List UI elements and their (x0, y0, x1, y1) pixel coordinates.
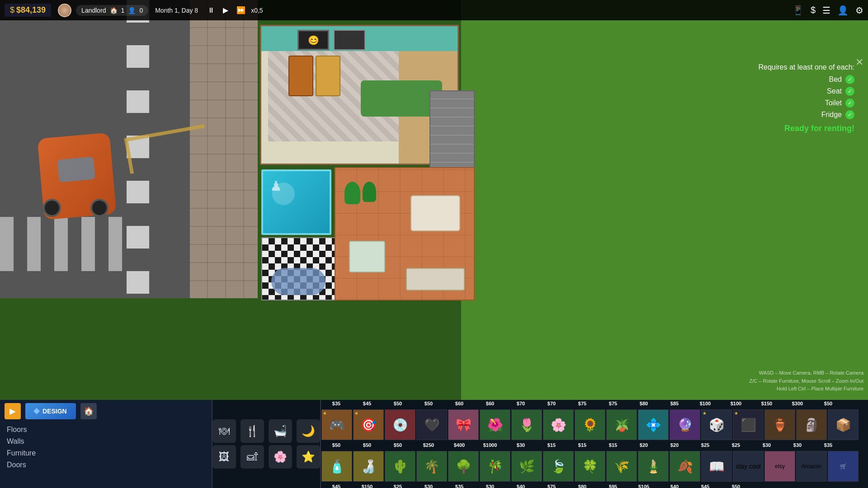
icon-row-2: 🖼 🛋 🌸 ⭐ (212, 445, 320, 469)
price-2-11: $20 (659, 442, 690, 450)
design-diamond-icon (33, 408, 40, 414)
item-2-16[interactable]: 🛒 (828, 451, 859, 482)
item-2-10[interactable]: 🎍 (638, 451, 669, 482)
item-1-7[interactable]: 🌸 (543, 409, 574, 440)
date-display: Month 1, Day 8 (155, 7, 198, 14)
car-window (57, 157, 95, 183)
item-2-3[interactable]: 🌴 (416, 451, 447, 482)
item-2-1[interactable]: 🍶 (353, 451, 384, 482)
item-row-2: 🧴 🍶 🌵 🌴 🌳 🎋 🌿 🍃 🍀 🌾 🎍 🍂 📖 stay cool etsy (321, 450, 868, 483)
item-2-4[interactable]: 🌳 (448, 451, 479, 482)
req-toilet: Toilet ✓ (758, 99, 854, 108)
item-2-5[interactable]: 🎋 (480, 451, 510, 482)
pool: ♟ (261, 169, 331, 235)
item-2-14[interactable]: etsy (764, 451, 795, 482)
price-2-15: $30 (782, 442, 813, 450)
req-fridge-check: ✓ (845, 110, 854, 119)
price-1-13: $100 (721, 401, 751, 409)
item-1-13[interactable]: ★⬛ (733, 409, 764, 440)
item-2-7[interactable]: 🍃 (543, 451, 574, 482)
cat-icon-bath[interactable]: 🛁 (269, 419, 292, 443)
item-1-3[interactable]: 🖤 (416, 409, 447, 440)
mobile-icon[interactable]: 📱 (793, 5, 804, 16)
currency-icon[interactable]: $ (811, 5, 816, 15)
item-2-2[interactable]: 🌵 (385, 451, 415, 482)
buildings-count: 1 (121, 7, 125, 14)
price-1-2: $50 (382, 401, 413, 409)
money-icon: $ (10, 5, 14, 15)
close-req-btn[interactable]: ✕ (855, 56, 863, 68)
item-1-0[interactable]: ★🎮 (321, 409, 352, 440)
nav-arrow-btn[interactable]: ▶ (5, 403, 21, 419)
price-2-0: $50 (321, 442, 352, 450)
controls-line3: Hold Left Ctrl – Place Multiple Furnitur… (750, 385, 863, 393)
furniture-scroll-container: $35 $45 $50 $50 $60 $60 $70 $70 $75 $75 … (321, 400, 868, 488)
cat-icon-sofa[interactable]: 🛋 (241, 445, 264, 469)
price-1-4: $60 (444, 401, 475, 409)
requirements-panel: ✕ Requires at least one of each: Bed ✓ S… (749, 59, 863, 138)
menu-icon[interactable]: ☰ (822, 5, 830, 16)
tenant-label: Landlord (81, 7, 106, 14)
item-1-10[interactable]: 💠 (638, 409, 669, 440)
item-1-6[interactable]: 🌷 (511, 409, 542, 440)
item-1-8[interactable]: 🌻 (575, 409, 605, 440)
main-room (335, 167, 475, 300)
price-2-14: $30 (751, 442, 782, 450)
design-btn[interactable]: DESIGN (25, 403, 76, 419)
cat-icon-moon[interactable]: 🌙 (297, 419, 320, 443)
cat-icon-star[interactable]: ⭐ (297, 445, 320, 469)
item-2-15[interactable]: Amazon (796, 451, 827, 482)
item-1-11[interactable]: 🔮 (670, 409, 700, 440)
item-1-12[interactable]: ★🎲 (701, 409, 732, 440)
fast-forward-btn[interactable]: ⏩ (234, 5, 248, 15)
req-bed-label: Bed (829, 75, 842, 84)
category-walls[interactable]: Walls (7, 436, 205, 446)
price-1-12: $100 (690, 401, 721, 409)
item-1-15[interactable]: 🗿 (796, 409, 827, 440)
price-1-16: $50 (813, 401, 844, 409)
play-btn[interactable]: ▶ (220, 5, 231, 15)
item-2-12[interactable]: 📖 (701, 451, 732, 482)
price-3-0: $45 (321, 484, 352, 488)
price-3-13: $50 (721, 484, 751, 488)
category-doors[interactable]: Doors (7, 460, 205, 470)
cat-icon-frame[interactable]: 🖼 (212, 445, 236, 469)
item-1-2[interactable]: 💿 (385, 409, 415, 440)
bathroom (261, 237, 336, 300)
controls-line2: Z/C – Rotate Furniture, Mouse Scroll – Z… (750, 377, 863, 385)
item-1-5[interactable]: 🌺 (480, 409, 510, 440)
cat-icon-cutlery[interactable]: 🍴 (241, 419, 264, 443)
item-1-4[interactable]: 🎀 (448, 409, 479, 440)
req-seat: Seat ✓ (758, 87, 854, 96)
item-1-14[interactable]: 🏺 (764, 409, 795, 440)
price-1-3: $50 (413, 401, 444, 409)
item-2-9[interactable]: 🌾 (606, 451, 637, 482)
left-panel-tabs: ▶ DESIGN 🏠 (0, 400, 212, 422)
item-1-9[interactable]: 🪴 (606, 409, 637, 440)
pause-btn[interactable]: ⏸ (205, 5, 217, 15)
home-btn[interactable]: 🏠 (80, 403, 97, 419)
item-2-11[interactable]: 🍂 (670, 451, 700, 482)
category-floors[interactable]: Floors (7, 425, 205, 435)
tenant-info: Landlord 🏠 1 👤 0 (76, 5, 148, 16)
item-2-0[interactable]: 🧴 (321, 451, 352, 482)
settings-icon[interactable]: ⚙ (855, 5, 863, 16)
price-row-3: $45 $150 $25 $30 $35 $30 $40 $75 $80 $95… (321, 483, 868, 488)
price-2-16: $35 (813, 442, 844, 450)
item-2-13[interactable]: stay cool (733, 451, 764, 482)
bottom-toolbar: ▶ DESIGN 🏠 Floors Walls Furniture Doors … (0, 400, 868, 488)
profile-icon[interactable]: 👤 (837, 5, 849, 16)
item-2-6[interactable]: 🌿 (511, 451, 542, 482)
cat-icon-flower[interactable]: 🌸 (269, 445, 292, 469)
cat-icon-food[interactable]: 🍽 (212, 419, 236, 443)
category-furniture[interactable]: Furniture (7, 448, 205, 458)
price-2-10: $20 (628, 442, 659, 450)
price-3-10: $105 (628, 484, 659, 488)
category-list: Floors Walls Furniture Doors (0, 422, 212, 472)
price-3-1: $150 (352, 484, 382, 488)
controls-line1: WASD – Move Camera, RMB – Rotate Camera (750, 369, 863, 377)
tenant-ring[interactable] (58, 4, 71, 17)
item-1-16[interactable]: 📦 (828, 409, 859, 440)
item-1-1[interactable]: ★🎯 (353, 409, 384, 440)
item-2-8[interactable]: 🍀 (575, 451, 605, 482)
